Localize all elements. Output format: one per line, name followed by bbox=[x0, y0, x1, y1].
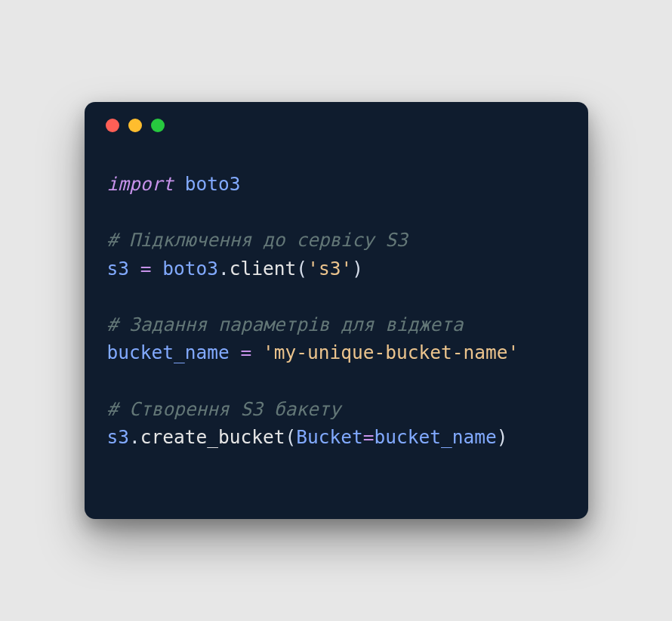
code-block: import boto3 # Підключення до сервісу S3… bbox=[85, 132, 588, 519]
comment: # Задання параметрів для віджета bbox=[107, 314, 464, 335]
close-icon[interactable] bbox=[106, 119, 119, 132]
operator: = bbox=[140, 258, 152, 280]
punct-dot: . bbox=[129, 426, 140, 448]
argument: bucket_name bbox=[375, 426, 497, 448]
keyword-import: import bbox=[107, 173, 174, 195]
punct-lparen: ( bbox=[285, 426, 297, 448]
code-window: import boto3 # Підключення до сервісу S3… bbox=[85, 102, 588, 519]
parameter-name: Bucket bbox=[296, 426, 363, 448]
variable: s3 bbox=[107, 258, 130, 280]
string-literal: 's3' bbox=[307, 258, 352, 280]
module-ref: boto3 bbox=[162, 258, 218, 280]
punct-rparen: ) bbox=[352, 258, 363, 280]
string-literal: 'my-unique-bucket-name' bbox=[263, 341, 519, 363]
operator: = bbox=[241, 341, 252, 363]
variable: bucket_name bbox=[107, 341, 230, 363]
comment: # Підключення до сервісу S3 bbox=[107, 229, 408, 251]
comment: # Створення S3 бакету bbox=[107, 398, 341, 420]
variable: s3 bbox=[107, 426, 130, 448]
punct-dot: . bbox=[218, 258, 230, 280]
window-title-bar bbox=[85, 102, 588, 132]
module-name: boto3 bbox=[185, 173, 241, 195]
function-call: client bbox=[230, 258, 297, 280]
function-call: create_bucket bbox=[140, 426, 285, 448]
operator: = bbox=[363, 426, 375, 448]
punct-lparen: ( bbox=[296, 258, 307, 280]
punct-rparen: ) bbox=[497, 426, 508, 448]
minimize-icon[interactable] bbox=[128, 119, 142, 132]
maximize-icon[interactable] bbox=[151, 119, 165, 132]
